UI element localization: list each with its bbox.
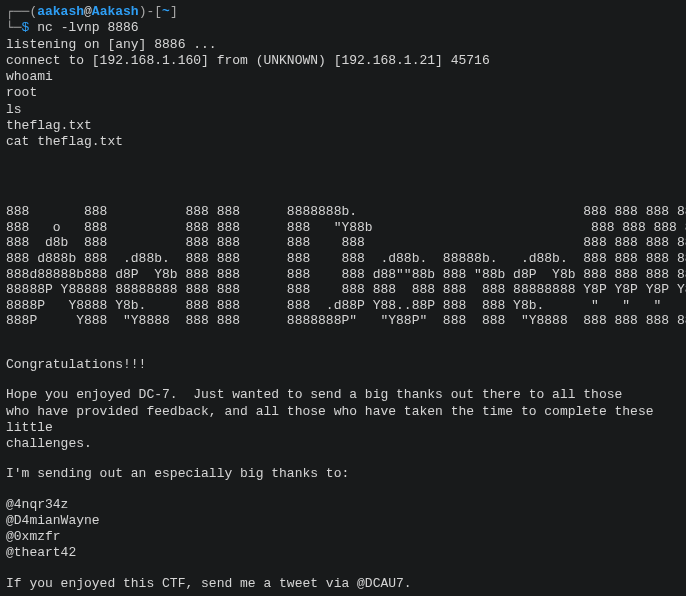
ascii-line-1: 888 888 888 888 8888888b. 888 888 888 88…: [6, 204, 680, 220]
spacer-6: [6, 483, 680, 497]
handle-3: @0xmzfr: [6, 529, 680, 545]
spacer-3b: [6, 343, 680, 357]
out-whoami: root: [6, 85, 680, 101]
thanks-line: I'm sending out an especially big thanks…: [6, 466, 680, 482]
prompt-open: ┌──(: [6, 4, 37, 19]
ascii-line-3: 888 d8b 888 888 888 888 888 888 888 888 …: [6, 235, 680, 251]
spacer-7: [6, 562, 680, 576]
cmd-cat: cat theflag.txt: [6, 134, 680, 150]
prompt-line-1: ┌──(aakash@Aakash)-[~]: [6, 4, 680, 20]
footer-line: If you enjoyed this CTF, send me a tweet…: [6, 576, 680, 592]
prompt-at: @: [84, 4, 92, 19]
out-ls: theflag.txt: [6, 118, 680, 134]
output-connect: connect to [192.168.1.160] from (UNKNOWN…: [6, 53, 680, 69]
prompt-host: Aakash: [92, 4, 139, 19]
ascii-line-7: 8888P Y8888 Y8b. 888 888 888 .d88P Y88..…: [6, 298, 680, 314]
prompt-user: aakash: [37, 4, 84, 19]
handle-1: @4nqr34z: [6, 497, 680, 513]
prompt-close: )-[: [139, 4, 162, 19]
msg-line-3: challenges.: [6, 436, 680, 452]
msg-line-2: who have provided feedback, and all thos…: [6, 404, 680, 437]
prompt-end: ]: [170, 4, 178, 19]
spacer-4: [6, 373, 680, 387]
handle-2: @D4mianWayne: [6, 513, 680, 529]
cmd-ls: ls: [6, 102, 680, 118]
prompt-line-2[interactable]: └─$ nc -lvnp 8886: [6, 20, 680, 36]
ascii-line-2: 888 o 888 888 888 888 "Y88b 888 888 888 …: [6, 220, 680, 236]
ascii-line-4: 888 d888b 888 .d88b. 888 888 888 888 .d8…: [6, 251, 680, 267]
prompt-l2-prefix: └─: [6, 20, 22, 35]
spacer-3: [6, 329, 680, 343]
spacer: [6, 150, 680, 164]
spacer-5: [6, 452, 680, 466]
congrats-line: Congratulations!!!: [6, 357, 680, 373]
cmd-whoami: whoami: [6, 69, 680, 85]
prompt-path: ~: [162, 4, 170, 19]
handle-4: @theart42: [6, 545, 680, 561]
msg-line-1: Hope you enjoyed DC-7. Just wanted to se…: [6, 387, 680, 403]
ascii-line-8: 888P Y888 "Y8888 888 888 8888888P" "Y88P…: [6, 313, 680, 329]
ascii-line-6: 88888P Y88888 88888888 888 888 888 888 8…: [6, 282, 680, 298]
command-input[interactable]: nc -lvnp 8886: [29, 20, 138, 35]
ascii-line-5: 888d88888b888 d8P Y8b 888 888 888 888 d8…: [6, 267, 680, 283]
output-listening: listening on [any] 8886 ...: [6, 37, 680, 53]
spacer-2: [6, 164, 680, 204]
